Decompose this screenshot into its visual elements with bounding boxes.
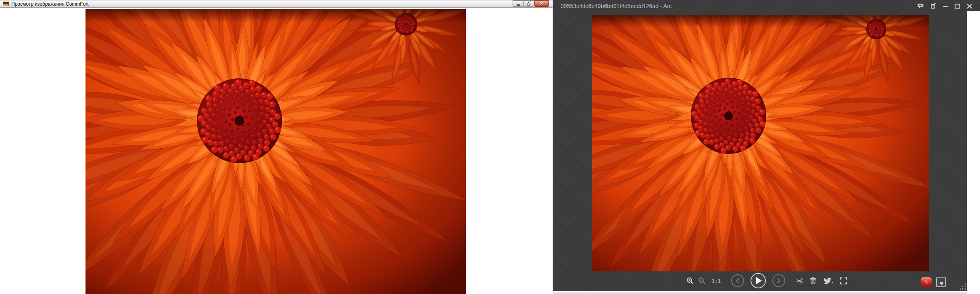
capture-region-icon xyxy=(795,277,803,285)
resize-grip[interactable] xyxy=(959,283,966,290)
minimize-icon xyxy=(942,3,949,9)
screen: Просмотр изображения CommFort ✕ 00553c4d… xyxy=(0,0,980,294)
minimize-button[interactable] xyxy=(942,3,949,9)
flower-photo xyxy=(85,9,466,294)
collect-heart-icon xyxy=(939,281,944,286)
favorite-button[interactable] xyxy=(921,277,932,287)
restore-icon xyxy=(527,2,532,6)
taskbar-edge xyxy=(553,291,967,294)
chevron-left-icon xyxy=(735,278,740,284)
right-window-titlebar[interactable]: 00553c4dc6b49b6bd01f4d5ecdd126ad - Arc xyxy=(553,0,980,12)
zoom-out-icon xyxy=(698,277,706,285)
notes-icon xyxy=(930,3,936,9)
zoom-level-label[interactable]: 1:1 xyxy=(711,277,721,284)
close-button[interactable]: ✕ xyxy=(534,0,549,7)
restore-button[interactable] xyxy=(523,0,535,7)
trash-icon xyxy=(809,277,817,285)
image-file-icon xyxy=(3,2,9,6)
left-window-title: Просмотр изображения CommFort xyxy=(11,1,89,7)
close-icon xyxy=(966,3,973,9)
crop-frame-icon xyxy=(840,277,847,285)
dropdown-caret-icon xyxy=(832,282,833,283)
zoom-in-icon xyxy=(686,277,694,285)
crop-frame-button[interactable] xyxy=(840,277,847,285)
right-window-title: 00553c4dc6b49b6bd01f4d5ecdd126ad - Arc xyxy=(561,3,672,9)
arc-viewer-window: 00553c4dc6b49b6bd01f4d5ecdd126ad - Arc xyxy=(553,0,980,291)
play-slideshow-button[interactable] xyxy=(751,273,766,288)
flower-photo xyxy=(592,15,929,271)
viewer-toolbar: 1:1 xyxy=(553,272,980,291)
minimize-icon xyxy=(517,4,520,6)
maximize-icon xyxy=(954,3,961,9)
share-twitter-button[interactable] xyxy=(823,277,834,285)
delete-button[interactable] xyxy=(809,277,817,285)
favorite-heart-icon xyxy=(923,279,930,285)
chevron-right-icon xyxy=(776,278,781,284)
right-flower-image xyxy=(592,15,929,271)
previous-button[interactable] xyxy=(731,274,744,287)
collect-button[interactable] xyxy=(936,277,946,287)
background-window-edge xyxy=(967,11,980,294)
chat-icon xyxy=(917,3,924,9)
play-icon xyxy=(756,277,762,284)
notes-button[interactable] xyxy=(930,3,936,9)
capture-region-button[interactable] xyxy=(795,277,803,285)
maximize-button[interactable] xyxy=(954,3,961,9)
close-icon: ✕ xyxy=(540,2,543,6)
right-window-controls xyxy=(917,3,973,9)
commfort-image-viewer-window: Просмотр изображения CommFort ✕ xyxy=(0,0,553,294)
toolbar-main-group: 1:1 xyxy=(686,273,847,288)
zoom-in-button[interactable] xyxy=(686,277,694,285)
chat-button[interactable] xyxy=(917,3,924,9)
next-button[interactable] xyxy=(772,274,785,287)
left-flower-image xyxy=(85,9,466,294)
left-window-titlebar[interactable]: Просмотр изображения CommFort xyxy=(0,0,553,8)
zoom-out-button[interactable] xyxy=(698,277,706,285)
left-window-controls: ✕ xyxy=(513,0,549,7)
close-button[interactable] xyxy=(966,3,973,9)
minimize-button[interactable] xyxy=(513,0,524,7)
twitter-icon xyxy=(823,277,834,285)
toolbar-right-group xyxy=(921,277,946,287)
